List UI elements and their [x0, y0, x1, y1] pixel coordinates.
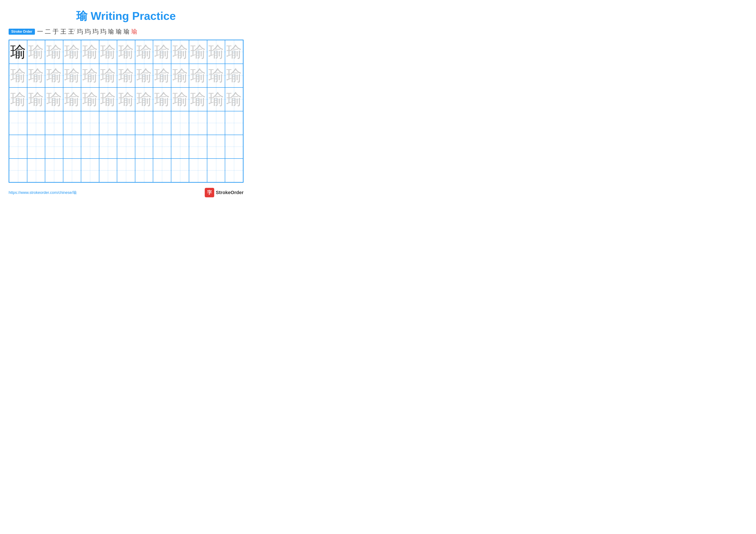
grid-cell: 瑜	[135, 64, 153, 88]
cell-character: 瑜	[46, 44, 62, 60]
grid-cell: 瑜	[153, 64, 171, 88]
grid-cell	[171, 159, 189, 182]
grid-cell	[81, 111, 99, 135]
cell-character: 瑜	[100, 68, 116, 83]
stroke-2: 二	[45, 28, 51, 36]
grid-cell	[207, 111, 225, 135]
footer-url: https://www.strokeorder.com/chinese/瑜	[9, 190, 77, 195]
grid-cell	[225, 111, 243, 135]
grid-cell: 瑜	[63, 40, 81, 64]
cell-character: 瑜	[46, 68, 62, 83]
cell-character: 瑜	[154, 91, 170, 107]
stroke-13: 瑜	[131, 28, 137, 36]
grid-cell: 瑜	[27, 88, 45, 111]
cell-character: 瑜	[46, 91, 62, 107]
cell-character: 瑜	[28, 44, 44, 60]
grid-cell	[225, 159, 243, 182]
stroke-9: 玙	[100, 28, 106, 36]
cell-character: 瑜	[154, 68, 170, 83]
brand-icon: 字	[205, 188, 214, 197]
grid-cell: 瑜	[27, 40, 45, 64]
grid-cell	[81, 135, 99, 159]
cell-character: 瑜	[208, 44, 224, 60]
cell-character: 瑜	[28, 68, 44, 83]
cell-character: 瑜	[82, 44, 98, 60]
cell-character: 瑜	[100, 91, 116, 107]
cell-character: 瑜	[118, 91, 134, 107]
grid-cell: 瑜	[135, 88, 153, 111]
grid-cell	[135, 111, 153, 135]
grid-cell: 瑜	[189, 64, 207, 88]
practice-grid: 瑜瑜瑜瑜瑜瑜瑜瑜瑜瑜瑜瑜瑜瑜瑜瑜瑜瑜瑜瑜瑜瑜瑜瑜瑜瑜瑜瑜瑜瑜瑜瑜瑜瑜瑜瑜瑜瑜瑜	[9, 39, 244, 183]
grid-cell	[99, 111, 117, 135]
grid-cell	[45, 135, 63, 159]
stroke-11: 瑜	[116, 28, 122, 36]
cell-character: 瑜	[64, 44, 80, 60]
grid-cell	[189, 159, 207, 182]
grid-cell	[117, 111, 135, 135]
cell-character: 瑜	[82, 91, 98, 107]
grid-cell	[9, 159, 27, 182]
footer-brand: 字 StrokeOrder	[205, 188, 244, 197]
stroke-4: 王	[60, 28, 67, 36]
grid-cell	[63, 111, 81, 135]
grid-cell: 瑜	[45, 88, 63, 111]
grid-cell: 瑜	[63, 64, 81, 88]
cell-character: 瑜	[64, 91, 80, 107]
grid-cell	[27, 159, 45, 182]
grid-cell	[81, 159, 99, 182]
cell-character: 瑜	[154, 44, 170, 60]
grid-cell: 瑜	[9, 88, 27, 111]
grid-cell	[9, 111, 27, 135]
grid-cell	[207, 159, 225, 182]
stroke-12: 瑜	[123, 28, 129, 36]
cell-character: 瑜	[173, 91, 188, 107]
page-title: 瑜 Writing Practice	[9, 9, 244, 24]
grid-cell: 瑜	[81, 40, 99, 64]
grid-cell: 瑜	[153, 88, 171, 111]
stroke-1: 一	[37, 28, 43, 36]
cell-character: 瑜	[10, 44, 26, 60]
grid-cell	[27, 135, 45, 159]
stroke-7: 玙	[85, 28, 91, 36]
grid-cell	[63, 135, 81, 159]
grid-cell: 瑜	[9, 64, 27, 88]
grid-cell	[45, 111, 63, 135]
stroke-order-chars: 一 二 于 王 王/ 玙 玙 玙 玙 瑜 瑜 瑜 瑜	[37, 28, 137, 36]
grid-cell: 瑜	[225, 40, 243, 64]
cell-character: 瑜	[118, 68, 134, 83]
grid-cell: 瑜	[9, 40, 27, 64]
stroke-8: 玙	[93, 28, 98, 36]
cell-character: 瑜	[226, 91, 242, 107]
cell-character: 瑜	[118, 44, 134, 60]
stroke-order-row: Stroke Order 一 二 于 王 王/ 玙 玙 玙 玙 瑜 瑜 瑜 瑜	[9, 28, 244, 36]
brand-name: StrokeOrder	[216, 190, 244, 195]
grid-cell: 瑜	[99, 40, 117, 64]
grid-cell	[189, 111, 207, 135]
cell-character: 瑜	[136, 91, 152, 107]
grid-cell	[153, 111, 171, 135]
cell-character: 瑜	[208, 91, 224, 107]
grid-cell	[135, 159, 153, 182]
grid-cell: 瑜	[153, 40, 171, 64]
grid-cell: 瑜	[117, 88, 135, 111]
grid-cell: 瑜	[189, 40, 207, 64]
grid-cell: 瑜	[99, 88, 117, 111]
stroke-5: 王/	[68, 28, 75, 36]
grid-cell	[117, 159, 135, 182]
stroke-10: 瑜	[108, 28, 114, 36]
cell-character: 瑜	[226, 44, 242, 60]
grid-cell: 瑜	[63, 88, 81, 111]
cell-character: 瑜	[10, 68, 26, 83]
grid-cell: 瑜	[225, 64, 243, 88]
grid-cell	[135, 135, 153, 159]
grid-cell	[27, 111, 45, 135]
grid-cell	[189, 135, 207, 159]
grid-cell: 瑜	[207, 88, 225, 111]
grid-cell: 瑜	[45, 40, 63, 64]
grid-cell	[63, 159, 81, 182]
grid-cell: 瑜	[207, 64, 225, 88]
grid-cell: 瑜	[45, 64, 63, 88]
grid-cell: 瑜	[225, 88, 243, 111]
grid-cell	[99, 159, 117, 182]
